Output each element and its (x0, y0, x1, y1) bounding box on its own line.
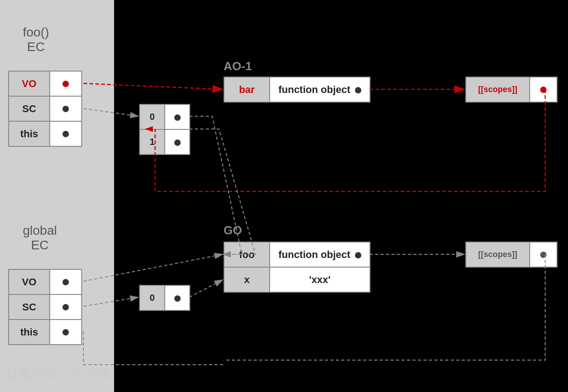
global-vo-dot (50, 269, 82, 294)
foo-this-label: this (9, 121, 50, 146)
gsc-to-go-arrow (189, 280, 223, 297)
global-sc-dot (50, 294, 82, 320)
ao1-object-table: bar function object (224, 77, 370, 103)
ao1-small-table: 0 1 (139, 104, 190, 155)
foo-this-dot (50, 121, 82, 146)
global-ec-table: VO SC this (8, 269, 82, 345)
scopes-to-ao1-row1-arrow (155, 89, 545, 191)
go-scopes-label: [[scopes]] (466, 242, 530, 267)
ao1-bar-val: function object (270, 77, 370, 102)
go-x-val: 'xxx' (270, 267, 370, 292)
go-row0-dot (165, 285, 190, 310)
go-object-table: foo function object x 'xxx' (224, 242, 370, 293)
foo-vo-dot (50, 71, 82, 96)
go-scopes-table: [[scopes]] (465, 242, 558, 268)
global-vo-label: VO (9, 269, 50, 294)
foo-sc-dot (50, 96, 82, 121)
ao1-scopes-label: [[scopes]] (466, 77, 530, 102)
ao1-scopes-dot (530, 77, 557, 102)
foo-vo-label: VO (9, 71, 50, 96)
go-label: GO (224, 223, 242, 237)
foo-ec-label: foo() EC (23, 25, 49, 54)
ao1-scopes-table: [[scopes]] (465, 77, 558, 103)
go-x-key: x (224, 267, 270, 292)
go-foo-val: function object (270, 242, 370, 267)
global-sc-label: SC (9, 294, 50, 320)
ao1-row1-to-go-arrow (189, 129, 255, 254)
ao1-bar-key: bar (224, 77, 270, 102)
ao1-label: AO-1 (224, 59, 252, 73)
foo-sc-label: SC (9, 96, 50, 121)
global-this-label: this (9, 320, 50, 345)
ao1-row0-dot (165, 104, 190, 129)
ao1-row1-label: 1 (140, 129, 165, 155)
go-foo-key: foo (224, 242, 270, 267)
global-this-dot (50, 320, 82, 345)
ao1-row0-label: 0 (140, 104, 165, 129)
go-sc-small-table: 0 (139, 285, 190, 311)
go-row0-label: 0 (140, 285, 165, 310)
ao1-row1-dot (165, 129, 190, 155)
foo-ec-table: VO SC this (8, 71, 82, 147)
bottom-label: 실행컨텍스트 스택 (5, 366, 110, 384)
go-scopes-dot (530, 242, 557, 267)
global-ec-label: global EC (23, 223, 57, 253)
